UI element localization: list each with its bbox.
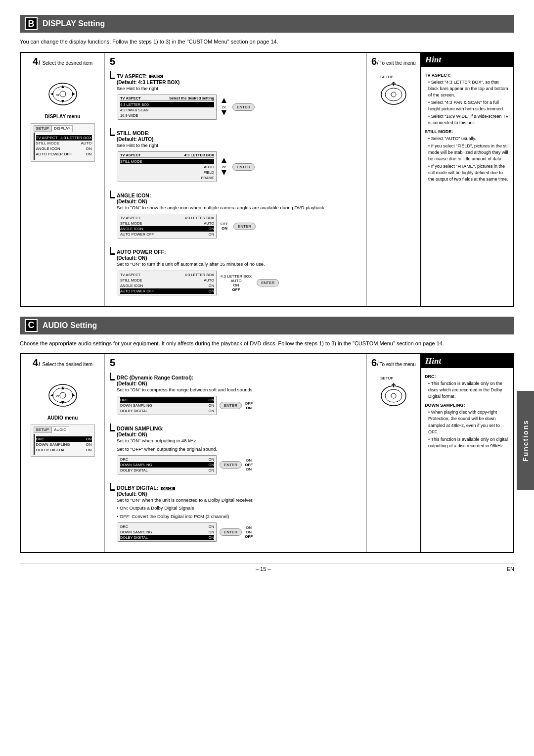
svg-marker-6 [72, 93, 75, 95]
en-label: EN [507, 566, 514, 572]
audio-section: C AUDIO Setting Choose the appropriate a… [20, 317, 514, 553]
audio-down-sampling-default: (Default: ON) [117, 432, 217, 437]
display-tv-aspect-down-arrow [221, 109, 227, 116]
svg-point-27 [391, 393, 396, 398]
display-still-mode-desc: See Hint to the right. [117, 142, 160, 148]
audio-down-sampling-enter-btn[interactable]: ENTER [220, 461, 242, 469]
display-tv-aspect-or-select: or [221, 97, 227, 117]
audio-step4-number: 4/ [33, 357, 41, 369]
audio-dolby-arrow: DOLBY DIGITAL: QUICK (Default: ON) Set t… [110, 482, 361, 521]
audio-drc-arrow: DRC (Dynamic Range Control): (Default: O… [110, 372, 361, 394]
audio-drc-menu: DRCON DOWN SAMPLINGON DOLBY DIGITALON [118, 396, 217, 415]
display-still-mode-label: STILL MODE: [117, 130, 160, 136]
audio-drc-enter-btn[interactable]: ENTER [220, 402, 242, 409]
audio-section-header: C AUDIO Setting [20, 317, 514, 334]
audio-drc-default: (Default: ON) [117, 381, 254, 386]
display-section-intro: You can change the display functions. Fo… [20, 38, 514, 46]
display-step5-number: 5 [110, 56, 361, 67]
display-still-mode-default: (Default: AUTO) [117, 137, 160, 142]
svg-point-26 [385, 389, 402, 402]
audio-step5-down-sampling: DOWN SAMPLING: (Default: ON) Set to "ON"… [110, 423, 361, 478]
display-still-mode-down-arrow [221, 169, 227, 176]
audio-menu-label: AUDIO menu [47, 415, 78, 421]
svg-marker-11 [222, 170, 226, 175]
audio-hint-down-sampling-bullet-1: When playing disc with copy-right Protec… [428, 409, 510, 435]
display-tv-aspect-up-arrow [221, 97, 227, 104]
audio-down-sampling-desc2: Set to "OFF" when outputting the origina… [117, 446, 217, 452]
display-tv-aspect-label: TV ASPECT: QUICK [117, 73, 179, 79]
display-still-mode-up-arrow [221, 157, 227, 164]
display-angle-icon-enter-btn[interactable]: ENTER [233, 223, 256, 230]
audio-step6-number: 6 [371, 357, 377, 369]
svg-marker-10 [222, 158, 226, 163]
audio-down-sampling-desc1: Set to "ON" when outputting in 48 kHz. [117, 437, 217, 444]
display-auto-power-enter-area: ENTER [257, 278, 279, 288]
display-hint-still-mode-bullet-2: If you select "FIELD", pictures in the s… [428, 143, 510, 162]
display-instruction-box: 4/ Select the desired item or [20, 52, 514, 307]
audio-dolby-desc: Set to "ON" when the unit is connected t… [117, 497, 254, 503]
display-still-mode-arrow: STILL MODE: (Default: AUTO) See Hint to … [110, 127, 361, 150]
display-tab-setup: SETUP [34, 125, 52, 132]
svg-point-17 [53, 388, 73, 403]
display-hint-still-mode-bullet-1: Select "AUTO" usually. [428, 136, 510, 142]
display-still-mode-enter-btn[interactable]: ENTER [232, 163, 255, 171]
display-still-mode-enter-area: ENTER [232, 162, 255, 172]
display-steps-row: 4/ Select the desired item or [21, 53, 513, 306]
display-angle-icon-menu: TV ASPECT4:3 LETTER BOX STILL MODEAUTO A… [118, 214, 217, 238]
display-tv-aspect-default: (Default: 4:3 LETTER BOX) [117, 80, 179, 85]
page-footer: – 15 – EN [20, 563, 514, 572]
audio-drc-label: DRC (Dynamic Range Control): [117, 375, 254, 380]
audio-instruction-box: 4/ Select the desired item or AUDIO menu [20, 353, 514, 553]
display-hint-still-mode-label: STILL MODE: [425, 129, 510, 135]
display-angle-icon-arrow: ANGLE ICON: (Default: ON) Set to "ON" to… [110, 189, 361, 212]
display-auto-power-options: 4:3 LETTER BOX AUTO ON OFF [221, 274, 252, 292]
display-menu-row-2: ANGLE ICONON [36, 146, 92, 151]
display-step6-remote-icon: SETUP [378, 72, 410, 107]
svg-marker-21 [50, 394, 53, 397]
display-tv-aspect-menu: TV ASPECTSelect the desired setting 4:3 … [118, 94, 217, 120]
audio-step5-drc: DRC (Dynamic Range Control): (Default: O… [110, 372, 361, 419]
display-step4-label: Select the desired item [42, 60, 92, 66]
display-section: B DISPLAY Setting You can change the dis… [20, 15, 514, 307]
display-step6-label: To exit the menu [380, 60, 416, 66]
display-still-mode-or-select: or [221, 157, 227, 177]
audio-step6-remote-icon: SETUP [378, 374, 410, 408]
display-step4-number: 4/ [33, 56, 41, 67]
audio-tab-setup: SETUP [34, 426, 52, 433]
display-angle-icon-enter-area: ENTER [233, 221, 256, 232]
display-step5-col: 5 TV ASPECT: QUICK (Default: 4:3 LETTER … [105, 53, 367, 306]
audio-step5-dolby: DOLBY DIGITAL: QUICK (Default: ON) Set t… [110, 482, 361, 545]
audio-menu-diagram: SETUP AUDIO DRCON DOWN SAMPLINGON [31, 425, 95, 457]
audio-down-sampling-options: ON OFF ON [245, 458, 253, 472]
audio-down-sampling-menu: DRCON DOWN SAMPLINGON DOLBY DIGITALON [118, 455, 217, 474]
display-step4-controller-icon: or [45, 74, 80, 109]
audio-tab-audio: AUDIO [51, 426, 69, 433]
svg-point-14 [385, 88, 402, 101]
display-tv-aspect-enter-btn[interactable]: ENTER [232, 103, 255, 111]
page-number: – 15 – [256, 566, 271, 572]
audio-dolby-bullet-on: • ON: Outputs a Dolby Digital Signals [117, 505, 254, 511]
audio-section-intro: Choose the appropriate audio settings fo… [20, 339, 514, 348]
audio-down-sampling-arrow: DOWN SAMPLING: (Default: ON) Set to "ON"… [110, 423, 361, 454]
display-step6-col: 6 / To exit the menu SETUP [367, 53, 420, 306]
audio-hint-down-sampling-bullet-2: This function is available only on digit… [428, 436, 510, 449]
svg-text:SETUP: SETUP [380, 376, 394, 380]
audio-dolby-enter-area: ENTER [220, 527, 242, 537]
display-step4-col: 4/ Select the desired item or [21, 53, 105, 306]
audio-menu-row-0: DRCON [36, 436, 92, 442]
audio-hint-drc-label: DRC: [425, 374, 510, 380]
display-auto-power-enter-btn[interactable]: ENTER [257, 279, 279, 286]
functions-label: Functions [522, 420, 530, 462]
svg-point-18 [60, 392, 66, 398]
display-hint-title: Hint [421, 53, 513, 67]
audio-dolby-default: (Default: ON) [117, 491, 254, 497]
display-tv-aspect-arrow: TV ASPECT: QUICK (Default: 4:3 LETTER BO… [110, 70, 361, 93]
display-step5-tv-aspect: TV ASPECT: QUICK (Default: 4:3 LETTER BO… [110, 70, 361, 123]
audio-dolby-enter-btn[interactable]: ENTER [220, 528, 242, 536]
svg-point-15 [391, 92, 396, 97]
display-hint-col: Hint TV ASPECT: Select "4:3 LETTER BOX",… [420, 53, 513, 306]
display-menu-tabs: SETUP DISPLAY [34, 125, 92, 132]
display-auto-power-menu: TV ASPECT4:3 LETTER BOX STILL MODEAUTO A… [118, 271, 217, 295]
display-hint-tv-aspect-bullet-2: Select "4:3 PAN & SCAN" for a full heigh… [428, 99, 510, 112]
audio-step5-number: 5 [110, 357, 361, 369]
